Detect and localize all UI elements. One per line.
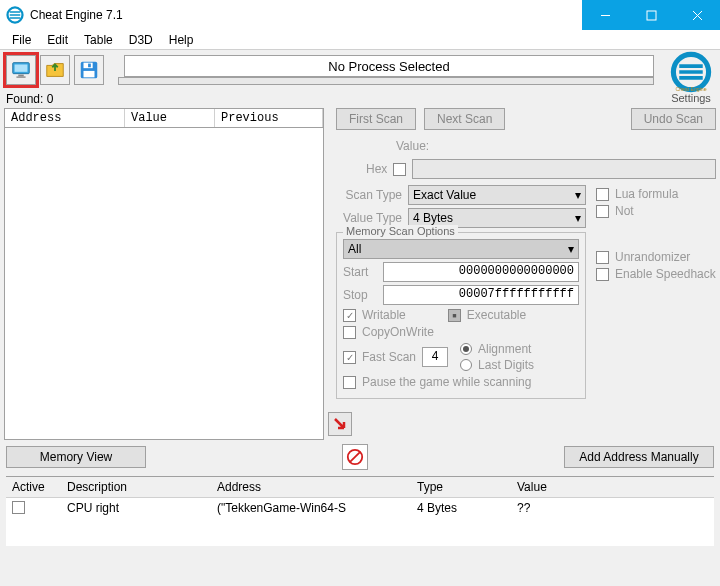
add-to-table-button[interactable] — [328, 412, 352, 436]
col-active[interactable]: Active — [6, 477, 61, 497]
copyonwrite-checkbox[interactable] — [343, 326, 356, 339]
col-address[interactable]: Address — [5, 109, 125, 127]
menubar: File Edit Table D3D Help — [0, 30, 720, 50]
undo-scan-button[interactable]: Undo Scan — [631, 108, 716, 130]
svg-rect-12 — [84, 71, 95, 77]
chevron-down-icon: ▾ — [568, 242, 574, 256]
scan-type-select[interactable]: Exact Value ▾ — [408, 185, 586, 205]
scan-type-label: Scan Type — [336, 188, 402, 202]
svg-rect-7 — [18, 75, 24, 77]
disable-all-button[interactable] — [342, 444, 368, 470]
window-title: Cheat Engine 7.1 — [30, 8, 123, 22]
minimize-button[interactable] — [582, 0, 628, 30]
svg-rect-2 — [647, 11, 656, 20]
cheat-table: Active Description Address Type Value CP… — [6, 476, 714, 546]
menu-help[interactable]: Help — [161, 32, 202, 48]
memory-view-button[interactable]: Memory View — [6, 446, 146, 468]
save-button[interactable] — [74, 55, 104, 85]
settings-button[interactable]: Cheat Engine Settings — [666, 50, 716, 104]
close-button[interactable] — [674, 0, 720, 30]
table-row[interactable]: CPU right ("TekkenGame-Win64-S 4 Bytes ?… — [6, 498, 714, 520]
process-label: No Process Selected — [328, 59, 449, 74]
svg-line-16 — [350, 452, 360, 462]
toolbar: No Process Selected — [0, 50, 666, 90]
col-value[interactable]: Value — [125, 109, 215, 127]
fast-scan-checkbox[interactable] — [343, 351, 356, 364]
fast-scan-input[interactable]: 4 — [422, 347, 448, 367]
col-previous[interactable]: Previous — [215, 109, 323, 127]
speedhack-checkbox[interactable] — [596, 268, 609, 281]
hex-label: Hex — [366, 162, 387, 176]
menu-edit[interactable]: Edit — [39, 32, 76, 48]
start-input[interactable]: 0000000000000000 — [383, 262, 579, 282]
unrandomizer-checkbox[interactable] — [596, 251, 609, 264]
select-process-button[interactable] — [6, 55, 36, 85]
alignment-radio[interactable] — [460, 343, 472, 355]
not-checkbox[interactable] — [596, 205, 609, 218]
writable-checkbox[interactable] — [343, 309, 356, 322]
process-bar[interactable]: No Process Selected — [124, 55, 654, 77]
svg-rect-6 — [15, 65, 28, 72]
memory-scan-options: Memory Scan Options All ▾ Start 00000000… — [336, 232, 586, 399]
col-type[interactable]: Type — [411, 477, 511, 497]
results-body[interactable] — [4, 128, 324, 440]
row-active-checkbox[interactable] — [12, 501, 25, 514]
executable-checkbox[interactable] — [448, 309, 461, 322]
menu-file[interactable]: File — [4, 32, 39, 48]
maximize-button[interactable] — [628, 0, 674, 30]
lua-formula-checkbox[interactable] — [596, 188, 609, 201]
open-folder-button[interactable] — [40, 55, 70, 85]
value-type-label: Value Type — [336, 211, 402, 225]
mem-region-select[interactable]: All ▾ — [343, 239, 579, 259]
next-scan-button[interactable]: Next Scan — [424, 108, 505, 130]
results-list: Address Value Previous — [4, 108, 324, 440]
menu-table[interactable]: Table — [76, 32, 121, 48]
scan-panel: First Scan Next Scan Undo Scan Value: He… — [326, 108, 716, 440]
chevron-down-icon: ▾ — [575, 211, 581, 225]
value-label: Value: — [396, 139, 429, 153]
col-value[interactable]: Value — [511, 477, 714, 497]
first-scan-button[interactable]: First Scan — [336, 108, 416, 130]
mid-bar: Memory View Add Address Manually — [0, 440, 720, 474]
stop-label: Stop — [343, 288, 377, 302]
pause-checkbox[interactable] — [343, 376, 356, 389]
start-label: Start — [343, 265, 377, 279]
svg-rect-11 — [88, 64, 91, 68]
value-input[interactable] — [412, 159, 716, 179]
add-address-button[interactable]: Add Address Manually — [564, 446, 714, 468]
chevron-down-icon: ▾ — [575, 188, 581, 202]
col-desc[interactable]: Description — [61, 477, 211, 497]
svg-rect-10 — [84, 63, 93, 68]
app-icon — [6, 6, 24, 24]
found-label: Found: 0 — [0, 90, 666, 108]
progress-bar — [118, 77, 654, 85]
last-digits-radio[interactable] — [460, 359, 472, 371]
svg-rect-8 — [16, 76, 25, 77]
col-addr[interactable]: Address — [211, 477, 411, 497]
menu-d3d[interactable]: D3D — [121, 32, 161, 48]
stop-input[interactable]: 00007fffffffffff — [383, 285, 579, 305]
hex-checkbox[interactable] — [393, 163, 406, 176]
titlebar: Cheat Engine 7.1 — [0, 0, 720, 30]
results-header: Address Value Previous — [4, 108, 324, 128]
